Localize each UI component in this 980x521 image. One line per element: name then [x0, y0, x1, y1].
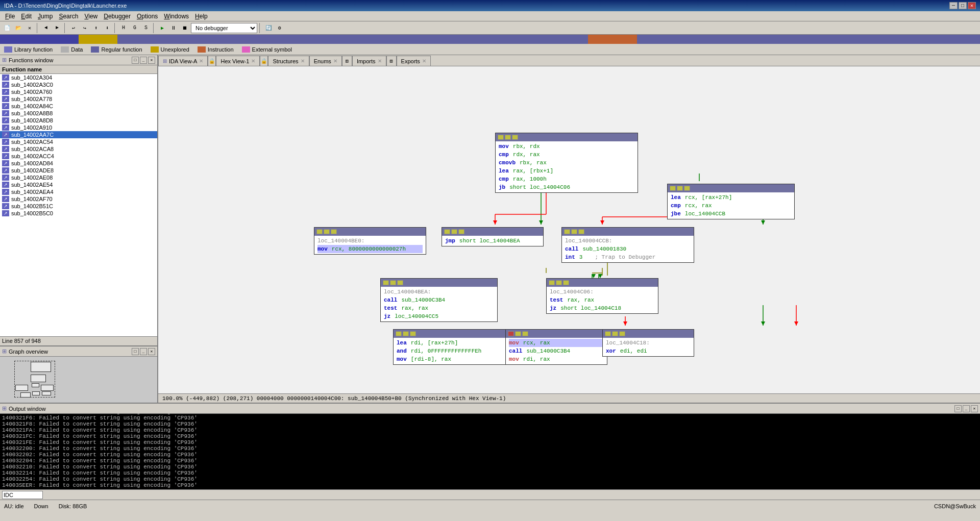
- idc-input[interactable]: [2, 491, 43, 499]
- tab-imports-close[interactable]: ✕: [378, 58, 382, 64]
- tab-ida-view-a-close[interactable]: ✕: [199, 58, 203, 64]
- menu-debugger[interactable]: Debugger: [101, 12, 134, 21]
- fw-minimize-button[interactable]: _: [140, 57, 147, 64]
- tb-btn5[interactable]: ⬆: [91, 23, 101, 33]
- func-row[interactable]: ↗sub_14002B51C: [0, 203, 157, 210]
- func-row[interactable]: ↗sub_14002A304: [0, 74, 157, 81]
- tab-imports-icon[interactable]: ⊞: [386, 56, 397, 66]
- tab-lock[interactable]: 🔒: [208, 56, 216, 66]
- tb-close[interactable]: ✕: [24, 23, 35, 33]
- cfg-block-5[interactable]: loc_140004CCB: callsub_140001830 int3; T…: [561, 227, 694, 263]
- tab-exports-close[interactable]: ✕: [422, 58, 426, 64]
- navigation-scrollbar[interactable]: [0, 35, 980, 44]
- tab-hex-view-1[interactable]: Hex View-1 ✕: [216, 56, 260, 66]
- go-float-button[interactable]: □: [132, 348, 139, 355]
- func-row[interactable]: ↗sub_14002AC54: [0, 138, 157, 145]
- cfg-block-6[interactable]: loc_140004BEA: callsub_14000C3B4 testrax…: [380, 278, 498, 322]
- menu-file[interactable]: File: [2, 12, 18, 21]
- output-window-controls[interactable]: □ _ ✕: [954, 405, 978, 412]
- func-row[interactable]: ↗sub_14002AF70: [0, 195, 157, 203]
- output-content[interactable]: 1400321F4: Failed to convert string usin…: [0, 414, 980, 489]
- graph-canvas[interactable]: [0, 357, 157, 403]
- tb-refresh[interactable]: 🔄: [263, 23, 274, 33]
- func-row[interactable]: ↗sub_14002A84C: [0, 103, 157, 110]
- tb-new[interactable]: 📄: [2, 23, 12, 33]
- func-row[interactable]: ↗sub_14002A3C0: [0, 81, 157, 88]
- functions-window-controls[interactable]: □ _ ✕: [132, 57, 155, 64]
- fw-float-button[interactable]: □: [132, 57, 139, 64]
- tab-structures[interactable]: Structures ✕: [268, 56, 309, 66]
- func-row[interactable]: ↗sub_14002ACC4: [0, 153, 157, 160]
- tb-btn3[interactable]: ↩: [68, 23, 79, 33]
- tab-exports[interactable]: Exports ✕: [397, 56, 431, 66]
- func-row[interactable]: ↗sub_14002A8D8: [0, 117, 157, 124]
- window-controls[interactable]: ─ □ ✕: [949, 2, 976, 9]
- close-button[interactable]: ✕: [968, 2, 976, 9]
- cfg-block-2[interactable]: learcx, [rax+27h] cmprcx, rax jbeloc_140…: [667, 184, 795, 219]
- tab-structures-close[interactable]: ✕: [301, 58, 305, 64]
- tb-forward[interactable]: ►: [52, 23, 62, 33]
- menu-help[interactable]: Help: [192, 12, 211, 21]
- ow-float-button[interactable]: □: [954, 405, 962, 412]
- func-row[interactable]: ↗sub_14002A8B8: [0, 110, 157, 117]
- tab-enums-close[interactable]: ✕: [333, 58, 337, 64]
- func-row[interactable]: ↗sub_14002ACA8: [0, 145, 157, 153]
- fw-close-button[interactable]: ✕: [148, 57, 155, 64]
- tab-hex-lock[interactable]: 🔒: [260, 56, 268, 66]
- tab-enums-icon[interactable]: ⊞: [342, 56, 352, 66]
- cfg-block-8[interactable]: leardi, [rax+27h] andrdi, 0FFFFFFFFFFFFF…: [393, 329, 521, 365]
- tb-open[interactable]: 📂: [13, 23, 23, 33]
- tab-ida-view-a[interactable]: ⊞ IDA View-A ✕: [158, 56, 208, 66]
- menu-windows[interactable]: Windows: [161, 12, 192, 21]
- cfg-block-3[interactable]: loc_140004BE0: movrcx, 8000000000000027h: [314, 227, 426, 255]
- tb-pause[interactable]: ⏸: [168, 23, 179, 33]
- disk-status: Disk: 88GB: [59, 503, 87, 509]
- debugger-dropdown[interactable]: No debugger: [191, 23, 257, 33]
- menu-view[interactable]: View: [81, 12, 101, 21]
- tb-str[interactable]: S: [141, 23, 151, 33]
- func-row[interactable]: ↗sub_14002ADE8: [0, 167, 157, 174]
- tab-hex-view-1-close[interactable]: ✕: [251, 58, 255, 64]
- cfg-line: int3; Trap to Debugger: [565, 253, 691, 261]
- tb-graph[interactable]: G: [130, 23, 140, 33]
- maximize-button[interactable]: □: [959, 2, 967, 9]
- func-row[interactable]: ↗sub_14002A778: [0, 95, 157, 103]
- go-minimize-button[interactable]: _: [140, 348, 147, 355]
- tb-btn6[interactable]: ⬇: [102, 23, 112, 33]
- cfg-block-9[interactable]: movrcx, rax callsub_14000C3B4 movrdi, ra…: [505, 329, 607, 365]
- func-row[interactable]: ↗sub_14002AE08: [0, 174, 157, 181]
- func-row[interactable]: ↗sub_14002A910: [0, 124, 157, 131]
- tab-imports[interactable]: Imports ✕: [352, 56, 386, 66]
- func-row[interactable]: ↗sub_14002A760: [0, 88, 157, 95]
- cfg-block-6-body: loc_140004BEA: callsub_14000C3B4 testrax…: [381, 287, 497, 321]
- tb-settings[interactable]: ⚙: [275, 23, 285, 33]
- menu-options[interactable]: Options: [134, 12, 161, 21]
- func-row[interactable]: ↗sub_14002B5C0: [0, 210, 157, 217]
- ow-minimize-button[interactable]: _: [963, 405, 970, 412]
- go-close-button[interactable]: ✕: [148, 348, 155, 355]
- graph-overview-controls[interactable]: □ _ ✕: [132, 348, 155, 355]
- minimize-button[interactable]: ─: [949, 2, 958, 9]
- tb-run[interactable]: ▶: [157, 23, 167, 33]
- menu-jump[interactable]: Jump: [35, 12, 56, 21]
- tb-back[interactable]: ◄: [41, 23, 51, 33]
- tab-enums[interactable]: Enums ✕: [309, 56, 342, 66]
- cfg-content-area[interactable]: movrbx, rdx cmprdx, rax cmovbrbx, rax le…: [158, 66, 980, 393]
- cfg-block-10[interactable]: loc_14004C18: xoredi, edi: [602, 329, 694, 357]
- ow-close-button[interactable]: ✕: [971, 405, 978, 412]
- functions-table[interactable]: ↗sub_14002A304↗sub_14002A3C0↗sub_14002A7…: [0, 74, 157, 336]
- tb-hex[interactable]: H: [118, 23, 129, 33]
- cfg-graph[interactable]: movrbx, rdx cmprdx, rax cmovbrbx, rax le…: [158, 66, 980, 393]
- tb-stop[interactable]: ⏹: [180, 23, 190, 33]
- tb-btn4[interactable]: ↪: [80, 23, 90, 33]
- func-row[interactable]: ↗sub_14002AE54: [0, 181, 157, 188]
- func-row[interactable]: ↗sub_14002AEA4: [0, 188, 157, 195]
- cfg-block-4[interactable]: jmpshort loc_14004BEA: [442, 227, 544, 246]
- cfg-block-8-body: leardi, [rax+27h] andrdi, 0FFFFFFFFFFFFF…: [394, 338, 520, 364]
- cfg-block-7[interactable]: loc_14004C06: testrax, rax jzshort loc_1…: [546, 278, 658, 314]
- func-row[interactable]: ↗sub_14002AD84: [0, 160, 157, 167]
- menu-edit[interactable]: Edit: [18, 12, 35, 21]
- func-row[interactable]: ↗sub_14002AA7C: [0, 131, 157, 138]
- menu-search[interactable]: Search: [56, 12, 81, 21]
- cfg-block-1[interactable]: movrbx, rdx cmprdx, rax cmovbrbx, rax le…: [495, 133, 638, 193]
